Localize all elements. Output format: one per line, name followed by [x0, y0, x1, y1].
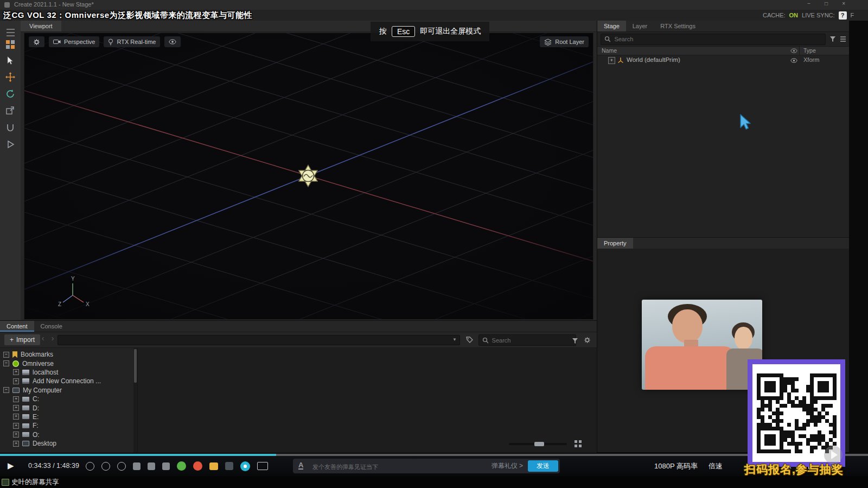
forward-icon[interactable]: ›: [49, 334, 56, 343]
expander-icon[interactable]: −: [3, 360, 9, 366]
grid-view-icon[interactable]: [575, 440, 582, 447]
drive-icon: [22, 397, 29, 402]
back-icon[interactable]: ‹: [39, 334, 47, 343]
tab-content[interactable]: Content: [0, 321, 34, 332]
tab-property[interactable]: Property: [597, 238, 633, 249]
tree-item-drive-e[interactable]: + E:: [0, 413, 133, 421]
tree-item-localhost[interactable]: + localhost: [0, 368, 133, 377]
taskbar-icon-2[interactable]: [101, 462, 110, 471]
export-tool-icon[interactable]: [4, 104, 17, 117]
taskbar-icon-10[interactable]: [225, 462, 233, 470]
eye-icon[interactable]: [790, 58, 797, 64]
taskbar-icon-3[interactable]: [117, 462, 126, 471]
stage-search[interactable]: [601, 34, 826, 45]
tree-item-drive-d[interactable]: + D:: [0, 403, 133, 412]
stage-search-input[interactable]: [613, 35, 822, 43]
maximize-button[interactable]: □: [825, 1, 828, 7]
viewport-settings-button[interactable]: [29, 36, 44, 47]
expander-icon[interactable]: +: [13, 441, 19, 447]
camera-mode-button[interactable]: Perspective: [49, 36, 99, 47]
column-type[interactable]: Type: [803, 47, 816, 54]
taskbar-icon-1[interactable]: [86, 462, 94, 471]
thumbnail-size-slider[interactable]: [509, 443, 567, 445]
taskbar-icon-5[interactable]: [148, 462, 155, 470]
taskbar-icon-4[interactable]: [133, 462, 141, 470]
tab-layer[interactable]: Layer: [626, 21, 654, 31]
stage-row-world[interactable]: + World (defaultPrim) Xform: [597, 55, 850, 65]
gear-icon[interactable]: [584, 336, 591, 346]
play-tool-icon[interactable]: [4, 138, 17, 151]
danmaku-style-icon[interactable]: A: [298, 461, 303, 470]
danmaku-etiquette-link[interactable]: 弹幕礼仪 >: [492, 459, 523, 473]
file-grid-area[interactable]: [137, 348, 597, 453]
danmaku-toggle-icon[interactable]: [240, 461, 250, 471]
path-input[interactable]: ▼: [58, 335, 460, 345]
tree-scrollbar[interactable]: [133, 348, 137, 453]
visibility-button[interactable]: [164, 36, 181, 47]
expander-icon[interactable]: +: [13, 423, 19, 429]
tree-item-add-connection[interactable]: + Add New Connection ...: [0, 377, 133, 385]
close-button[interactable]: ×: [842, 1, 845, 7]
taskbar-icon-6[interactable]: [162, 462, 170, 470]
taskbar-icon-9[interactable]: [209, 462, 218, 470]
visibility-column-icon[interactable]: [790, 48, 797, 54]
danmaku-list-icon[interactable]: [257, 462, 268, 470]
expander-icon[interactable]: −: [3, 387, 9, 393]
axis-label-z: Z: [58, 301, 61, 307]
taskbar-icons: [86, 456, 268, 476]
bookmark-tag-icon[interactable]: [465, 336, 473, 346]
taskbar-icon-8[interactable]: [193, 461, 202, 471]
tree-item-drive-c[interactable]: + C:: [0, 395, 133, 403]
danmaku-input-box[interactable]: A 弹幕礼仪 > 发送: [293, 459, 560, 473]
content-search-input[interactable]: [491, 337, 572, 344]
apps-icon[interactable]: [4, 38, 17, 51]
import-button[interactable]: + Import: [4, 334, 40, 345]
taskbar-icon-7[interactable]: [177, 461, 186, 471]
expander-icon[interactable]: +: [13, 369, 19, 375]
tree-item-omniverse[interactable]: − Omniverse: [0, 359, 133, 367]
help-icon[interactable]: ?: [839, 11, 847, 20]
tab-rtx-settings[interactable]: RTX Settings: [654, 21, 702, 31]
root-layer-button[interactable]: Root Layer: [540, 36, 589, 47]
expander-icon[interactable]: +: [608, 57, 615, 64]
send-button[interactable]: 发送: [528, 460, 558, 472]
player-controls: ▶ 0:34:33 / 1:48:39 A 弹幕礼仪 > 发送 1080P 高码…: [0, 456, 868, 476]
rotate-tool-icon[interactable]: [4, 87, 17, 100]
play-button[interactable]: ▶: [8, 461, 14, 471]
menu-icon[interactable]: [4, 26, 17, 39]
content-search[interactable]: [478, 334, 576, 346]
snap-tool-icon[interactable]: [4, 121, 17, 134]
move-tool-icon[interactable]: [4, 71, 17, 84]
tab-viewport[interactable]: Viewport: [21, 21, 61, 31]
tree-item-my-computer[interactable]: − My Computer: [0, 386, 133, 395]
quality-selector[interactable]: 1080P 高码率: [654, 456, 698, 476]
column-name[interactable]: Name: [602, 47, 617, 54]
bookmark-icon: [12, 351, 17, 358]
expander-icon[interactable]: +: [13, 378, 19, 384]
expander-icon[interactable]: +: [13, 414, 19, 420]
expander-icon[interactable]: +: [13, 405, 19, 411]
select-tool-icon[interactable]: [4, 54, 17, 67]
expander-icon[interactable]: −: [3, 352, 9, 358]
tab-stage[interactable]: Stage: [597, 21, 626, 31]
tree-item-desktop[interactable]: + Desktop: [0, 439, 133, 448]
tree-item-bookmarks[interactable]: − Bookmarks: [0, 350, 133, 359]
screen-share-icon: [2, 479, 9, 486]
filter-icon[interactable]: [572, 337, 578, 346]
options-icon[interactable]: [840, 36, 846, 42]
cache-status: ON: [789, 12, 799, 18]
filter-icon[interactable]: [829, 36, 836, 42]
chevron-down-icon[interactable]: ▼: [452, 337, 457, 342]
tab-console[interactable]: Console: [34, 321, 69, 332]
expander-icon[interactable]: +: [13, 396, 19, 402]
axis-label-x: X: [86, 301, 90, 307]
renderer-button[interactable]: RTX Real-time: [104, 36, 160, 47]
prim-name[interactable]: World (defaultPrim): [627, 56, 680, 63]
expander-icon[interactable]: +: [13, 432, 19, 438]
speed-selector[interactable]: 倍速: [709, 456, 723, 476]
eye-icon: [169, 39, 176, 45]
tree-item-drive-o[interactable]: + O:: [0, 430, 133, 439]
tree-item-drive-f[interactable]: + F:: [0, 421, 133, 430]
minimize-button[interactable]: −: [807, 1, 810, 7]
viewport-canvas[interactable]: Y X Z Perspective RTX Real-time: [24, 33, 593, 320]
